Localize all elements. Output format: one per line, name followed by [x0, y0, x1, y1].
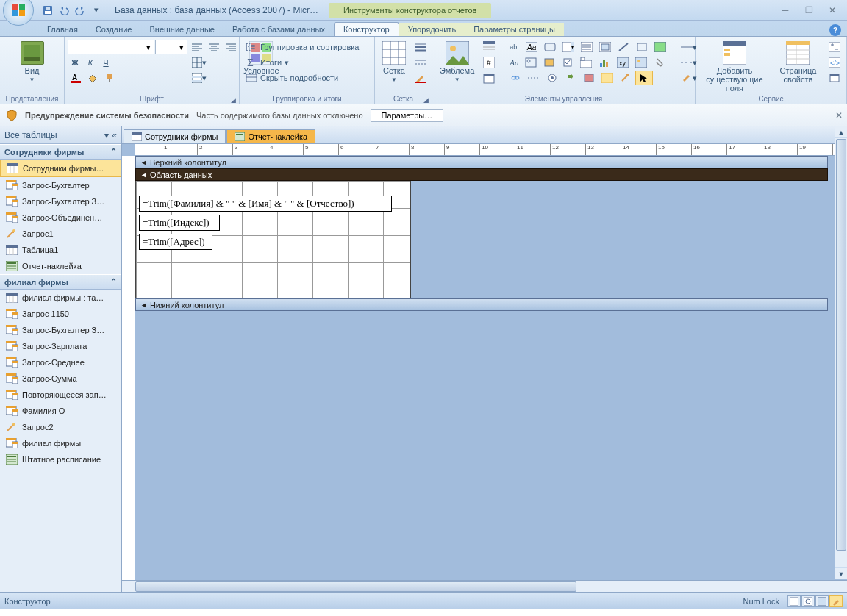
tabs-icon[interactable] — [577, 55, 595, 70]
scroll-down-icon[interactable]: ▼ — [835, 567, 847, 579]
align-left-button[interactable] — [189, 40, 205, 54]
nav-dropdown-icon[interactable]: ▾ — [104, 130, 109, 140]
vertical-scrollbar[interactable]: ▲ ▼ — [835, 126, 847, 579]
italic-button[interactable]: К — [83, 55, 98, 70]
option-button-icon[interactable] — [543, 71, 561, 85]
bold-button[interactable]: Ж — [68, 55, 82, 70]
nav-item[interactable]: Таблица1 — [0, 242, 121, 258]
nav-item[interactable]: Запрос-Зарплата — [0, 338, 121, 354]
section-page-footer[interactable]: ◄Нижний колонтитул — [135, 298, 828, 311]
nav-item[interactable]: Запрос 1150 — [0, 306, 121, 322]
unbound-frame-icon[interactable]: xy — [614, 55, 632, 70]
image-control-icon[interactable] — [632, 55, 650, 70]
nav-item[interactable]: Запрос2 — [0, 419, 121, 435]
view-design-button[interactable] — [829, 595, 843, 607]
line-width-button[interactable] — [412, 40, 429, 54]
nav-item[interactable]: Сотрудники фирмы… — [0, 160, 121, 177]
line-style-button[interactable] — [412, 55, 429, 70]
nav-item[interactable]: Запрос-Среднее — [0, 354, 121, 370]
fill-color-button[interactable] — [85, 71, 101, 85]
title-control-icon[interactable] — [480, 40, 498, 54]
option-group-icon[interactable] — [522, 55, 540, 70]
select-icon[interactable] — [635, 71, 653, 85]
nav-item[interactable]: Отчет-наклейка — [0, 258, 121, 274]
pointer-icon[interactable] — [598, 71, 616, 85]
font-color-button[interactable]: A — [68, 71, 84, 85]
doc-tab-2[interactable]: Отчет-наклейка — [226, 129, 315, 143]
horizontal-ruler[interactable]: 123456789101112131415161718192021222324 — [135, 144, 847, 156]
format-painter-button[interactable] — [101, 71, 118, 85]
hyperlink-icon[interactable] — [507, 71, 524, 85]
textbox-icon[interactable]: ab| — [507, 40, 521, 54]
detail-body[interactable]: =Trim([Фамилия] & " " & [Имя] & " " & [О… — [135, 181, 411, 298]
redo-icon[interactable] — [74, 4, 87, 17]
tab-order-icon[interactable] — [826, 40, 843, 54]
activex-icon[interactable] — [580, 71, 598, 85]
textbox-control-2[interactable]: =Trim([Индекс]) — [139, 215, 220, 231]
view-layout-button[interactable] — [815, 595, 829, 607]
nav-group-1[interactable]: Сотрудники фирмы⌃ — [0, 144, 121, 160]
vertical-ruler[interactable] — [122, 156, 135, 580]
subform-icon[interactable] — [596, 40, 614, 54]
nav-item[interactable]: Фамилия О — [0, 403, 121, 419]
nav-group-2[interactable]: филиал фирмы⌃ — [0, 274, 121, 290]
nav-item[interactable]: Запрос-Бухгалтер З… — [0, 322, 121, 338]
scroll-thumb[interactable] — [836, 139, 846, 551]
group-sort-button[interactable]: [{≡Группировка и сортировка — [243, 40, 362, 54]
listbox-icon[interactable] — [578, 40, 596, 54]
underline-button[interactable]: Ч — [99, 55, 113, 70]
aa-icon[interactable]: Aa — [507, 55, 521, 70]
view-button[interactable]: Вид ▼ — [16, 40, 49, 85]
font-name-combo[interactable]: ▾ — [68, 40, 154, 54]
gridlines-menu[interactable]: Сетка ▼ — [378, 40, 410, 85]
alt-fill-button[interactable]: ▾ — [189, 71, 210, 85]
align-right-button[interactable] — [223, 40, 239, 54]
nav-item[interactable]: Запрос-Сумма — [0, 370, 121, 387]
new-window-icon[interactable] — [826, 71, 843, 85]
save-icon[interactable] — [41, 4, 54, 17]
horizontal-scrollbar[interactable] — [122, 580, 847, 592]
grid-launcher-icon[interactable]: ◢ — [424, 96, 429, 104]
logo-button[interactable]: Эмблема ▼ — [435, 40, 479, 85]
gridlines-button[interactable]: ▾ — [189, 55, 210, 70]
combobox-icon[interactable]: ▾ — [560, 40, 577, 54]
toggle-icon[interactable] — [540, 55, 558, 70]
view-report-button[interactable] — [787, 595, 801, 607]
totals-button[interactable]: ΣИтоги ▾ — [243, 55, 362, 70]
help-button[interactable]: ? — [829, 24, 841, 36]
tab-external-data[interactable]: Внешние данные — [141, 23, 224, 36]
nav-item[interactable]: Штатное расписание — [0, 451, 121, 468]
property-sheet-button[interactable]: Страница свойств — [775, 40, 821, 85]
nav-collapse-icon[interactable]: « — [112, 130, 117, 140]
security-close-button[interactable]: ✕ — [835, 110, 843, 121]
nav-item[interactable]: филиал фирмы : та… — [0, 290, 121, 306]
nav-item[interactable]: Запрос-Бухгалтер З… — [0, 193, 121, 209]
minimize-button[interactable]: ─ — [776, 4, 794, 16]
tab-page-setup[interactable]: Параметры страницы — [465, 23, 564, 36]
button-icon[interactable] — [541, 40, 559, 54]
tab-arrange[interactable]: Упорядочить — [399, 23, 465, 36]
checkbox-icon[interactable] — [559, 55, 576, 70]
more-controls-icon[interactable] — [562, 71, 579, 85]
section-page-header[interactable]: ◄Верхний колонтитул — [135, 156, 828, 168]
nav-header[interactable]: Все таблицы ▾« — [0, 126, 121, 144]
doc-tab-1[interactable]: Сотрудники фирмы — [124, 129, 226, 143]
scroll-up-icon[interactable]: ▲ — [835, 126, 847, 138]
nav-item[interactable]: Запрос1 — [0, 226, 121, 242]
nav-item[interactable]: филиал фирмы — [0, 435, 121, 451]
nav-item[interactable]: Запрос-Бухгалтер — [0, 177, 121, 193]
close-button[interactable]: ✕ — [823, 4, 841, 16]
chart-icon[interactable] — [596, 55, 613, 70]
scroll-thumb[interactable] — [135, 581, 576, 592]
page-numbers-icon[interactable]: # — [480, 55, 498, 70]
attachment-icon[interactable] — [651, 55, 668, 70]
nav-item[interactable]: Запрос-Объединен… — [0, 209, 121, 226]
page-break-icon[interactable] — [525, 71, 543, 85]
wizard-icon[interactable] — [617, 71, 635, 85]
label-icon[interactable]: Aa — [523, 40, 540, 54]
code-icon[interactable]: </> — [826, 55, 843, 70]
design-surface[interactable]: ◄Верхний колонтитул ◄Область данных =Tri… — [135, 156, 847, 580]
tab-design[interactable]: Конструктор — [334, 22, 399, 36]
tab-home[interactable]: Главная — [38, 23, 87, 36]
textbox-control-1[interactable]: =Trim([Фамилия] & " " & [Имя] & " " & [О… — [139, 196, 392, 212]
